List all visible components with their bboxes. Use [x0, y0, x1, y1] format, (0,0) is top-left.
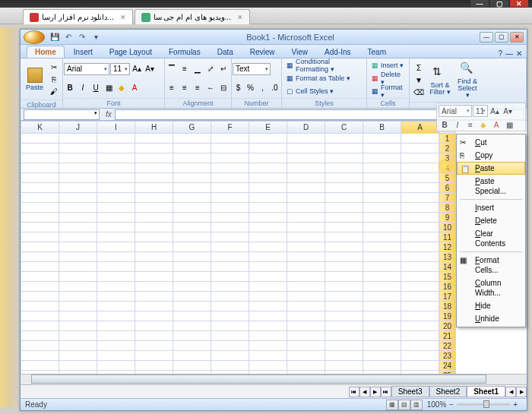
conditional-formatting-button[interactable]: ▦Conditional Formatting ▾	[283, 60, 366, 71]
cell[interactable]	[97, 232, 135, 242]
cell[interactable]	[173, 193, 211, 203]
cell[interactable]	[249, 242, 287, 252]
cell[interactable]	[249, 321, 287, 331]
ctx-hide[interactable]: Hide	[457, 299, 525, 312]
cell[interactable]	[401, 341, 439, 351]
row-header-15[interactable]: 15	[439, 272, 456, 282]
row-header-12[interactable]: 12	[439, 242, 456, 252]
cell[interactable]	[249, 134, 287, 144]
page-layout-button[interactable]: ▤	[398, 400, 410, 410]
cell[interactable]	[173, 262, 211, 272]
cell[interactable]	[401, 163, 439, 173]
cell[interactable]	[249, 361, 287, 371]
cell[interactable]	[401, 223, 439, 232]
cell[interactable]	[173, 242, 211, 252]
qat-more-icon[interactable]: ▾	[90, 32, 101, 43]
cell[interactable]	[173, 292, 211, 302]
ctx-format-cells-[interactable]: Format Cells...▦	[457, 254, 525, 277]
cell[interactable]	[211, 292, 249, 302]
format-as-table-button[interactable]: ▦Format as Table ▾	[283, 72, 366, 84]
undo-icon[interactable]: ↶	[63, 32, 74, 43]
copy-icon[interactable]: ⎘	[48, 73, 60, 85]
find-select-button[interactable]: 🔍 Find & Select ▾	[454, 60, 481, 100]
cell[interactable]	[59, 341, 97, 351]
cell[interactable]	[173, 282, 211, 292]
cell[interactable]	[59, 163, 97, 173]
cell[interactable]	[249, 262, 287, 272]
cell[interactable]	[211, 173, 249, 183]
row-header-7[interactable]: 7	[439, 193, 456, 203]
cell[interactable]	[211, 282, 249, 292]
cell[interactable]	[59, 144, 97, 153]
cell[interactable]	[97, 193, 135, 203]
cell[interactable]	[135, 282, 173, 292]
cell[interactable]	[287, 351, 325, 361]
ctx-column-width-[interactable]: Column Width...	[457, 277, 525, 299]
cell[interactable]	[363, 153, 401, 163]
cell[interactable]	[249, 282, 287, 292]
cell[interactable]	[173, 302, 211, 311]
ribbon-tab-page-layout[interactable]: Page Layout	[102, 46, 160, 58]
zoom-slider[interactable]	[457, 403, 510, 406]
cell[interactable]	[325, 282, 363, 292]
cell[interactable]	[363, 282, 401, 292]
cell[interactable]	[135, 203, 173, 213]
cell[interactable]	[21, 262, 59, 272]
grow-font-icon[interactable]: A▴	[131, 63, 143, 75]
cell[interactable]	[249, 203, 287, 213]
cell[interactable]	[211, 351, 249, 361]
cell[interactable]	[97, 163, 135, 173]
cell[interactable]	[135, 223, 173, 232]
cell[interactable]	[59, 311, 97, 321]
italic-button[interactable]: I	[77, 82, 89, 94]
cell[interactable]	[135, 262, 173, 272]
merge-icon[interactable]: ⊟	[217, 82, 230, 94]
cell[interactable]	[287, 282, 325, 292]
cell[interactable]	[59, 371, 97, 374]
cell[interactable]	[211, 232, 249, 242]
cell[interactable]	[21, 351, 59, 361]
cell[interactable]	[135, 321, 173, 331]
cell[interactable]	[401, 302, 439, 311]
cell[interactable]	[325, 183, 363, 193]
sheet-prev-button[interactable]: ◀	[359, 387, 370, 397]
sheet-last-button[interactable]: ⏭	[381, 387, 391, 397]
cell[interactable]	[401, 193, 439, 203]
cell[interactable]	[249, 193, 287, 203]
cell[interactable]	[173, 173, 211, 183]
cell[interactable]	[21, 331, 59, 341]
save-icon[interactable]: 💾	[49, 32, 60, 43]
cell[interactable]	[211, 302, 249, 311]
cell[interactable]	[135, 144, 173, 153]
mini-align-icon[interactable]: ≡	[464, 119, 477, 131]
clear-icon[interactable]: ⌫	[413, 87, 425, 99]
cell[interactable]	[287, 341, 325, 351]
cell[interactable]	[363, 331, 401, 341]
cell[interactable]	[363, 252, 401, 262]
cell[interactable]	[21, 153, 59, 163]
cell[interactable]	[249, 331, 287, 341]
cell[interactable]	[401, 292, 439, 302]
col-header-B[interactable]: B	[363, 122, 401, 134]
wrap-text-icon[interactable]: ↵	[217, 63, 230, 75]
cell[interactable]	[97, 351, 135, 361]
row-header-24[interactable]: 24	[439, 361, 456, 371]
cell[interactable]	[363, 223, 401, 232]
cell[interactable]	[135, 232, 173, 242]
ribbon-tab-review[interactable]: Review	[242, 46, 283, 58]
cell[interactable]	[401, 144, 439, 153]
cell[interactable]	[173, 331, 211, 341]
col-header-C[interactable]: C	[325, 122, 363, 134]
cell[interactable]	[401, 311, 439, 321]
cell[interactable]	[21, 193, 59, 203]
office-button[interactable]	[24, 30, 45, 44]
cell[interactable]	[97, 262, 135, 272]
cell[interactable]	[97, 321, 135, 331]
cell[interactable]	[173, 361, 211, 371]
row-header-16[interactable]: 16	[439, 282, 456, 292]
ribbon-tab-insert[interactable]: Insert	[66, 46, 100, 58]
cell[interactable]	[363, 272, 401, 282]
cell[interactable]	[21, 203, 59, 213]
ctx-paste[interactable]: Paste📋	[457, 162, 525, 175]
cell[interactable]	[211, 361, 249, 371]
